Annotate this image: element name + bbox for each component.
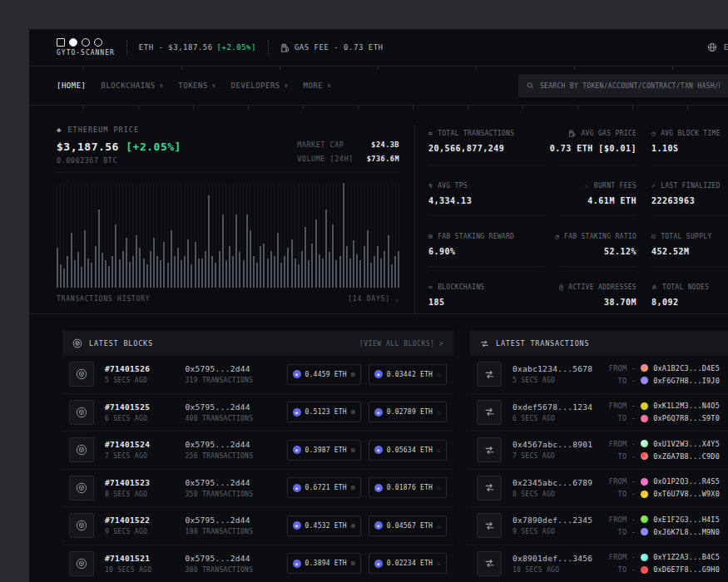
view-all-blocks-link[interactable]: [VIEW ALL BLOCKS] > [359, 340, 443, 348]
chart-bar [84, 230, 86, 288]
chart-bar [153, 238, 155, 288]
block-number[interactable]: #71401526 [105, 364, 185, 373]
from-address[interactable]: 0xA1B2C3...D4E5 [653, 364, 720, 372]
from-avatar [641, 478, 648, 486]
txn-hash[interactable]: 0x4567abc...8901 [513, 440, 609, 449]
chart-bar [105, 260, 106, 288]
block-row[interactable]: #714015247 SECS AGO0x5795...2d44256 TRAN… [62, 432, 453, 470]
block-row[interactable]: #714015238 SECS AGO0x5795...2d44350 TRAN… [62, 470, 453, 508]
divider [414, 126, 415, 313]
to-label: TO - [618, 565, 636, 574]
block-row[interactable]: #714015229 SECS AGO0x5795...2d44198 TRAN… [62, 507, 453, 545]
chart-bar [384, 251, 385, 288]
stat-value: 4,334.13 [428, 196, 545, 205]
nav-item-developers[interactable]: DEVELOPERS∨ [231, 81, 289, 90]
txn-icon-box [477, 362, 502, 387]
globe-icon[interactable] [707, 42, 717, 52]
to-address[interactable]: 0xZ6A7B8...C9D0 [653, 452, 720, 461]
dot-square [57, 38, 65, 47]
stat-blockchains: ∞BLOCKCHAINS185 [428, 266, 545, 317]
chart-bar [311, 244, 313, 288]
block-age: 5 SECS AGO [105, 377, 185, 384]
to-address[interactable]: 0xD6E7F8...G9H0 [653, 565, 720, 574]
block-reward-badge: ◆0.3987 ETH⊞ [287, 440, 361, 461]
block-txn-count: 198 TRANSACTIONS [185, 528, 286, 535]
chart-bar [57, 248, 58, 288]
block-row[interactable]: #7140152110 SECS AGO0x5795...2d44300 TRA… [62, 545, 453, 582]
nav-item-blockchains[interactable]: BLOCKCHAINS∨ [102, 81, 164, 90]
txn-hash[interactable]: 0x8901def...3456 [513, 554, 609, 563]
block-hash[interactable]: 0x5795...2d44 [185, 440, 286, 449]
burnt-value: 0.04567 ETH [387, 522, 433, 530]
chart-bar [243, 260, 245, 288]
block-row[interactable]: #714015256 SECS AGO0x5795...2d44400 TRAN… [62, 394, 453, 432]
from-address[interactable]: 0xK1L2M3...N4O5 [653, 402, 720, 410]
txn-hash[interactable]: 0x2345abc...6789 [513, 478, 609, 487]
txn-icon-box [477, 400, 502, 425]
nav-divider [29, 105, 728, 106]
market-cap-label: MARKET CAP [297, 141, 353, 149]
transaction-row[interactable]: 0xabc1234...56785 SECS AGOFROM -0xA1B2C3… [470, 356, 728, 394]
transaction-row[interactable]: 0x2345abc...67898 SECS AGOFROM -0xO1P2Q3… [470, 470, 728, 508]
stat-label: LAST FINALIZED [661, 182, 721, 190]
block-row[interactable]: #714015265 SECS AGO0x5795...2d44319 TRAN… [62, 356, 453, 394]
block-reward-badge: ◆0.6721 ETH⊞ [287, 477, 361, 498]
transaction-row[interactable]: 0x4567abc...89017 SECS AGOFROM -0xU1V2W3… [470, 432, 728, 470]
block-hash[interactable]: 0x5795...2d44 [185, 478, 286, 487]
stat-avg-gas-price: AVG GAS PRICE0.73 ETH [$0.01] [560, 126, 636, 165]
chart-bar [211, 256, 213, 288]
nav-item-more[interactable]: MORE∨ [303, 81, 330, 90]
transactions-icon: ⇆ [428, 130, 433, 137]
transaction-row[interactable]: 0x7890def...23459 SECS AGOFROM -0xE1F2G3… [470, 507, 728, 545]
nav-item-home[interactable]: [HOME] [57, 81, 87, 90]
txn-hash[interactable]: 0xdef5678...1234 [513, 402, 609, 412]
to-address[interactable]: 0xP6Q7R8...S9T0 [653, 414, 720, 422]
block-number[interactable]: #71401522 [105, 515, 185, 525]
from-address[interactable]: 0xO1P2Q3...R4S5 [653, 477, 720, 486]
block-hash[interactable]: 0x5795...2d44 [185, 364, 286, 373]
eth-icon: ◆ [374, 484, 383, 492]
search-icon [527, 81, 534, 90]
to-address[interactable]: 0xJ6K7L8...M9N0 [653, 528, 720, 536]
to-avatar [641, 491, 648, 498]
to-address[interactable]: 0xT6U7V8...W9X0 [653, 490, 720, 498]
block-number[interactable]: #71401521 [105, 554, 185, 563]
finalized-icon: ✓ [651, 182, 656, 190]
chart-bar [329, 252, 330, 288]
txns-panel-header: LATEST TRANSACTIONS [470, 331, 728, 356]
reward-value: 0.4532 ETH [305, 522, 347, 530]
block-number[interactable]: #71401525 [105, 402, 185, 412]
search-bar[interactable]: SEARCH BY TOKEN/ACCOUNT/CONTRACT/TXN HAS… [518, 74, 728, 97]
chart-bar [343, 183, 344, 288]
transaction-row[interactable]: 0x8901def...345610 SECS AGOFROM -0xY1Z2A… [470, 545, 728, 582]
gift-icon: ⊞ [351, 522, 355, 530]
from-address[interactable]: 0xE1F2G3...H4I5 [653, 515, 720, 524]
nav-item-tokens[interactable]: TOKENS∨ [178, 81, 215, 90]
chart-bar [370, 263, 372, 288]
block-hash[interactable]: 0x5795...2d44 [185, 515, 286, 525]
chart-bar [136, 235, 137, 288]
block-hash[interactable]: 0x5795...2d44 [185, 402, 286, 412]
from-label: FROM - [609, 364, 636, 372]
txn-hash[interactable]: 0xabc1234...5678 [513, 364, 609, 373]
to-address[interactable]: 0xF6G7H8...I9J0 [653, 377, 720, 385]
block-number[interactable]: #71401523 [105, 478, 185, 487]
block-number[interactable]: #71401524 [105, 440, 185, 449]
block-age: 10 SECS AGO [105, 566, 185, 574]
txn-hash[interactable]: 0x7890def...2345 [513, 515, 609, 525]
from-address[interactable]: 0xY1Z2A3...B4C5 [653, 553, 720, 561]
chart-bar [67, 256, 68, 288]
chart-range-selector[interactable]: [14 DAYS] ⌄ [348, 295, 399, 303]
to-avatar [641, 377, 648, 384]
stat-value: 6.90% [428, 247, 545, 256]
to-label: TO - [618, 414, 636, 422]
nodes-icon: ⋔ [651, 284, 657, 291]
block-hash[interactable]: 0x5795...2d44 [185, 554, 286, 563]
eth-icon: ◆ [293, 560, 301, 568]
chart-bar [111, 256, 113, 288]
swap-icon [484, 407, 495, 417]
transaction-row[interactable]: 0xdef5678...12346 SECS AGOFROM -0xK1L2M3… [470, 394, 728, 432]
stat-label: FAB STAKING RATIO [564, 233, 636, 240]
chart-bar [222, 215, 224, 288]
from-address[interactable]: 0xU1V2W3...X4Y5 [653, 440, 720, 448]
